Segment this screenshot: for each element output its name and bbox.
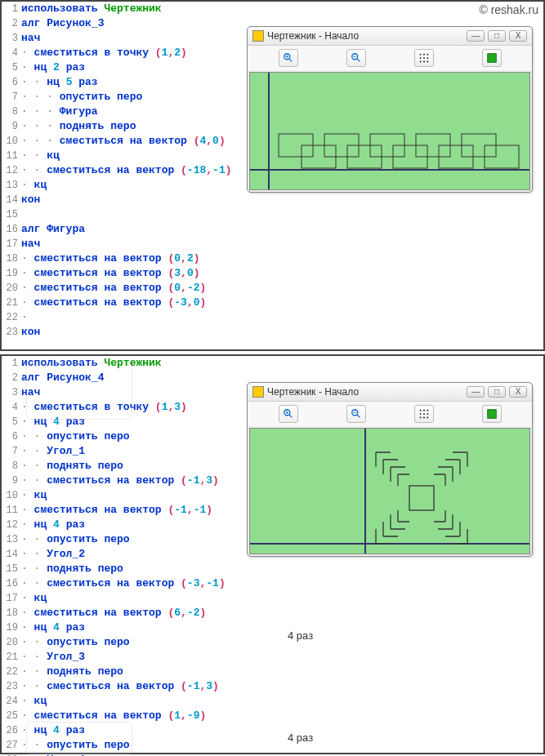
svg-line-1 [288,59,292,62]
svg-point-12 [427,57,428,59]
toolbar [248,46,532,70]
svg-point-14 [423,61,425,63]
svg-line-32 [356,415,360,418]
svg-point-36 [427,410,428,411]
svg-point-39 [427,413,428,415]
svg-line-28 [288,415,292,418]
svg-point-15 [427,61,428,63]
app-icon [252,386,264,398]
canvas-2[interactable] [249,428,530,554]
svg-point-42 [427,417,428,419]
maximize-button[interactable]: □ [488,386,506,398]
close-button[interactable]: X [509,30,527,42]
svg-point-11 [423,57,425,59]
window-title: Чертежник - Начало [267,386,467,398]
grid-button[interactable] [414,49,434,67]
line-gutter: 1234567891011121314151617181920212223242… [2,356,21,756]
line-gutter: 1234567891011121314151617181920212223 [2,2,21,340]
drawing-1 [250,73,533,191]
drawing-2 [250,429,533,555]
titlebar[interactable]: Чертежник - Начало — □ X [248,383,532,402]
zoom-out-button[interactable] [346,49,366,67]
toolbar [248,402,532,426]
fit-button[interactable] [482,405,502,423]
svg-point-7 [419,54,421,56]
annotation-1: 4 раз [288,629,313,642]
svg-point-10 [419,57,421,59]
zoom-out-button[interactable] [346,405,366,423]
zoom-in-button[interactable] [279,405,298,423]
drafter-window-2[interactable]: Чертежник - Начало — □ X [247,382,533,557]
svg-point-35 [423,410,425,411]
svg-point-9 [427,54,428,56]
titlebar[interactable]: Чертежник - Начало — □ X [248,27,532,46]
zoom-in-button[interactable] [279,49,298,67]
svg-rect-16 [487,54,496,63]
svg-line-5 [356,59,360,62]
minimize-button[interactable]: — [467,386,485,398]
svg-point-13 [419,61,421,63]
drafter-window-1[interactable]: Чертежник - Начало — □ X [247,26,533,193]
panel-2: 1234567891011121314151617181920212223242… [0,354,545,754]
watermark: © reshak.ru [479,3,538,16]
svg-rect-44 [409,486,434,510]
svg-rect-43 [487,410,496,419]
panel-1: © reshak.ru 1234567891011121314151617181… [0,0,545,351]
annotation-2: 4 раз [288,732,313,744]
svg-point-40 [419,417,421,419]
svg-point-38 [423,413,425,415]
canvas-1[interactable] [249,72,530,190]
svg-point-34 [419,410,421,411]
svg-point-8 [423,54,425,56]
minimize-button[interactable]: — [467,30,485,42]
svg-point-37 [419,413,421,415]
svg-point-41 [423,417,425,419]
app-icon [252,30,264,42]
window-title: Чертежник - Начало [267,30,467,42]
close-button[interactable]: X [509,386,527,398]
maximize-button[interactable]: □ [488,30,506,42]
fit-button[interactable] [482,49,502,67]
grid-button[interactable] [414,405,434,423]
